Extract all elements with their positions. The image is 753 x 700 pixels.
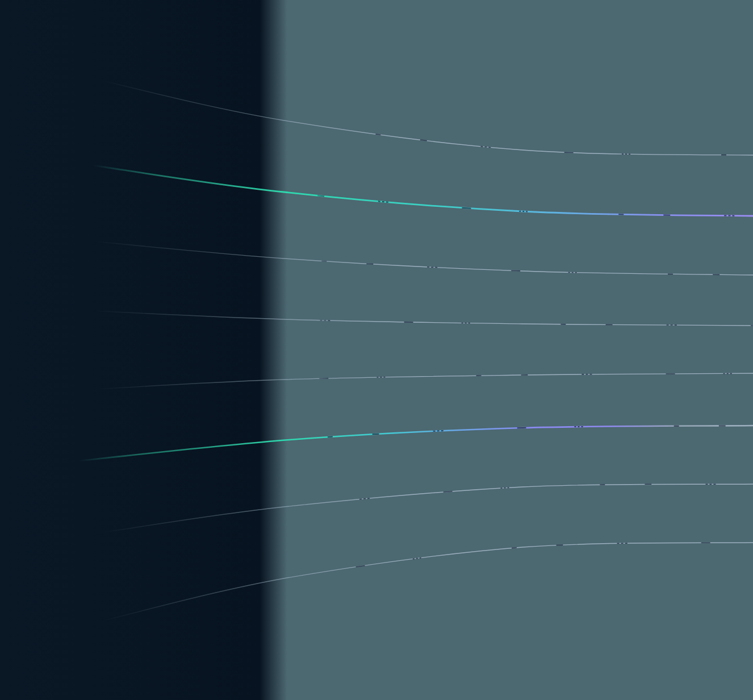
background-art-stage <box>0 0 753 700</box>
flow-lines-artwork <box>0 0 753 700</box>
split-background <box>0 0 753 700</box>
